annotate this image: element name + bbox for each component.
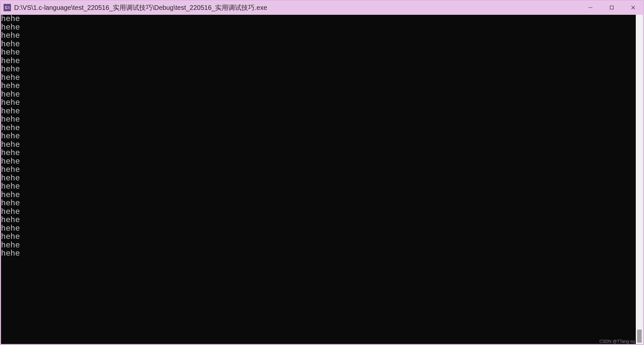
- console-line: hehe: [1, 90, 636, 99]
- console-line: hehe: [1, 208, 636, 216]
- watermark-text: CSDN @TTang-sq: [599, 339, 635, 344]
- window-title: D:\VS\1.c-language\test_220516_实用调试技巧\De…: [14, 3, 580, 12]
- close-button[interactable]: [622, 0, 644, 15]
- minimize-icon: [588, 5, 593, 10]
- console-line: hehe: [1, 82, 636, 90]
- console-line: hehe: [1, 74, 636, 82]
- console-line: hehe: [1, 115, 636, 124]
- scrollbar-thumb[interactable]: [637, 330, 642, 343]
- window-controls: [580, 0, 644, 15]
- console-line: hehe: [1, 166, 636, 174]
- console-line: hehe: [1, 132, 636, 141]
- app-icon: C:\: [4, 4, 11, 11]
- console-line: hehe: [1, 182, 636, 191]
- maximize-button[interactable]: [601, 0, 622, 15]
- console-line: hehe: [1, 216, 636, 224]
- console-line: hehe: [1, 241, 636, 250]
- console-line: hehe: [1, 199, 636, 208]
- svg-rect-1: [610, 6, 613, 9]
- console-output[interactable]: hehehehehehehehehehehehehehehehehehehehe…: [1, 15, 636, 344]
- console-line: hehe: [1, 32, 636, 40]
- console-line: hehe: [1, 23, 636, 32]
- vertical-scrollbar[interactable]: [636, 15, 643, 344]
- console-line: hehe: [1, 249, 636, 258]
- console-line: hehe: [1, 233, 636, 241]
- console-line: hehe: [1, 141, 636, 149]
- minimize-button[interactable]: [580, 0, 601, 15]
- console-line: hehe: [1, 149, 636, 157]
- console-line: hehe: [1, 65, 636, 74]
- maximize-icon: [609, 5, 614, 10]
- titlebar[interactable]: C:\ D:\VS\1.c-language\test_220516_实用调试技…: [0, 0, 644, 15]
- close-icon: [631, 5, 635, 10]
- console-line: hehe: [1, 174, 636, 183]
- console-line: hehe: [1, 157, 636, 166]
- console-line: hehe: [1, 107, 636, 116]
- console-area: hehehehehehehehehehehehehehehehehehehehe…: [0, 15, 644, 345]
- console-line: hehe: [1, 40, 636, 49]
- console-window: C:\ D:\VS\1.c-language\test_220516_实用调试技…: [0, 0, 644, 345]
- console-line: hehe: [1, 57, 636, 65]
- console-line: hehe: [1, 48, 636, 57]
- console-line: hehe: [1, 15, 636, 23]
- console-line: hehe: [1, 224, 636, 233]
- console-line: hehe: [1, 124, 636, 132]
- console-line: hehe: [1, 191, 636, 199]
- console-line: hehe: [1, 99, 636, 107]
